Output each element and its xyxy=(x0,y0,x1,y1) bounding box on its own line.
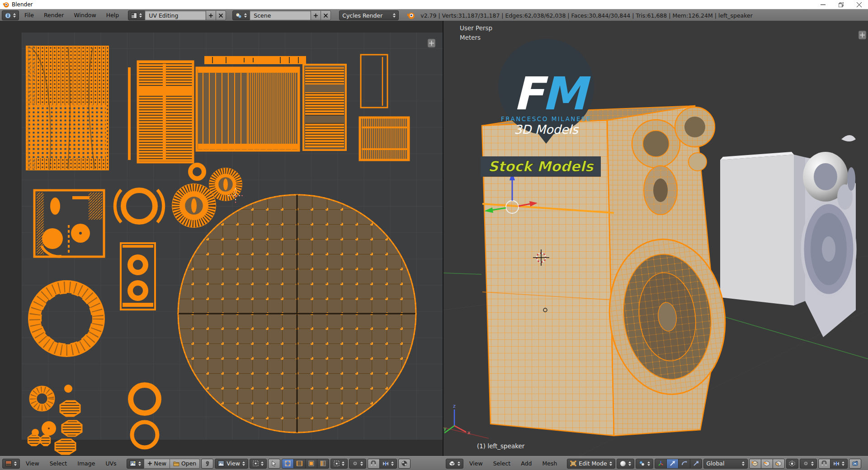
pivot-point-dropdown[interactable] xyxy=(636,459,653,469)
viewport-region-expand-tab[interactable] xyxy=(859,31,866,39)
3d-view-icon xyxy=(449,461,455,466)
uv-island-vent[interactable] xyxy=(360,118,409,160)
uv-select-mode-island[interactable] xyxy=(317,459,329,469)
minimize-button[interactable] xyxy=(814,0,832,9)
folder-icon xyxy=(173,461,179,466)
uv-select-mode-face[interactable] xyxy=(305,459,317,469)
v3d-menu-add[interactable]: Add xyxy=(516,458,536,470)
select-mode-edge-button[interactable] xyxy=(761,459,773,469)
transform-orientation-dropdown[interactable]: Global xyxy=(703,459,748,469)
uv-menu-select[interactable]: Select xyxy=(45,458,72,470)
interaction-mode-dropdown[interactable]: Edit Mode xyxy=(567,459,615,469)
uv-sync-selection-button[interactable] xyxy=(268,459,280,469)
scene-name-field[interactable]: Scene xyxy=(250,10,311,20)
restore-button[interactable] xyxy=(832,0,850,9)
uv-select-mode-edge[interactable] xyxy=(293,459,306,469)
face-select-cube-icon xyxy=(775,461,782,466)
scene-delete-button[interactable] xyxy=(321,10,331,20)
units-overlay: Meters xyxy=(460,34,481,41)
menu-render[interactable]: Render xyxy=(39,9,69,21)
image-browse-dropdown[interactable] xyxy=(127,459,144,469)
uv-auto-update-button[interactable] xyxy=(398,459,410,469)
axis-y-label: y xyxy=(443,426,447,432)
uv-island-front-panel[interactable] xyxy=(34,190,104,257)
uv-menu-uvs[interactable]: UVs xyxy=(101,458,121,470)
manipulator-scale-button[interactable] xyxy=(690,459,702,469)
opengl-render-button[interactable] xyxy=(849,459,861,469)
uv-island-radial-large[interactable] xyxy=(172,183,216,228)
uv-island-striped-rect[interactable] xyxy=(138,61,193,162)
limit-selection-visible-button[interactable] xyxy=(786,459,798,469)
info-icon xyxy=(5,13,11,19)
logo-name: FRANCESCO MILANESE xyxy=(501,115,591,122)
uv-select-mode-vertex[interactable] xyxy=(282,459,294,469)
uv-island-sphere[interactable] xyxy=(178,195,416,432)
left-speaker-edit-mesh[interactable] xyxy=(482,106,734,436)
3d-viewport[interactable]: F M FRANCESCO MILANESE 3D Models Stock M… xyxy=(443,21,868,456)
v3d-snap-element-dropdown[interactable] xyxy=(830,459,848,469)
pin-toggle-button[interactable] xyxy=(201,459,213,469)
v3d-snap-toggle-button[interactable] xyxy=(818,459,830,469)
uv-menu-image[interactable]: Image xyxy=(73,458,99,470)
image-mode-value: View xyxy=(226,460,240,467)
menu-help[interactable]: Help xyxy=(102,9,124,21)
uv-snap-toggle-button[interactable] xyxy=(368,459,380,469)
layout-delete-button[interactable] xyxy=(216,10,226,20)
editor-type-dropdown-uv[interactable] xyxy=(2,459,20,469)
axis-z-label: z xyxy=(453,403,456,409)
window-titlebar: Blender xyxy=(0,0,868,9)
editor-type-dropdown-3d[interactable] xyxy=(446,459,463,469)
window-title: Blender xyxy=(12,1,33,8)
v3d-menu-mesh[interactable]: Mesh xyxy=(538,458,561,470)
image-icon xyxy=(130,461,136,466)
3d-viewport-canvas[interactable]: F M FRANCESCO MILANESE 3D Models Stock M… xyxy=(443,21,868,456)
magnet-icon xyxy=(371,461,376,466)
scene-add-button[interactable] xyxy=(311,10,321,20)
menu-window[interactable]: Window xyxy=(69,9,100,21)
layout-browse-dropdown[interactable] xyxy=(128,10,145,20)
editor-type-dropdown-info[interactable] xyxy=(2,10,19,20)
uv-pivot-dropdown[interactable] xyxy=(250,459,267,469)
uv-island-grille[interactable] xyxy=(26,46,108,170)
scene-browse-dropdown[interactable] xyxy=(232,10,250,20)
uv-region-expand-tab[interactable] xyxy=(428,39,435,47)
manipulator-translate-button[interactable] xyxy=(666,459,679,469)
uv-snap-element-dropdown[interactable] xyxy=(379,459,397,469)
image-mode-dropdown[interactable]: View xyxy=(215,459,248,469)
uv-editor-canvas[interactable] xyxy=(0,21,443,456)
select-mode-vertex-button[interactable] xyxy=(749,459,761,469)
viewport-shading-dropdown[interactable] xyxy=(617,459,634,469)
uv-island-top-bar[interactable] xyxy=(204,56,306,64)
editor-splitter[interactable] xyxy=(443,21,443,470)
v3d-menu-view[interactable]: View xyxy=(465,458,487,470)
uv-island-ring-plate[interactable] xyxy=(121,243,155,310)
uv-island-mode-icon xyxy=(320,461,326,466)
blender-logo-icon xyxy=(407,11,415,19)
uv-sticky-mode-dropdown[interactable] xyxy=(330,459,348,469)
render-engine-dropdown[interactable]: Cycles Render xyxy=(339,10,399,20)
manipulator-axes-button[interactable] xyxy=(655,459,667,469)
scale-handle-icon xyxy=(693,461,699,466)
image-new-button[interactable]: New xyxy=(144,459,170,469)
select-mode-face-button[interactable] xyxy=(773,459,785,469)
uv-proportional-edit-dropdown[interactable] xyxy=(349,459,366,469)
uv-island-strip[interactable] xyxy=(128,67,131,160)
proportional-edit-icon xyxy=(352,461,358,466)
menu-file[interactable]: File xyxy=(20,9,38,21)
stock-models-banner: Stock Models xyxy=(481,156,601,177)
uv-menu-view[interactable]: View xyxy=(21,458,44,470)
layout-name-field[interactable]: UV Editing xyxy=(145,10,206,20)
view-name-overlay: User Persp xyxy=(460,24,492,32)
uv-island-box-side[interactable] xyxy=(197,68,299,150)
v3d-proportional-edit-dropdown[interactable] xyxy=(800,459,817,469)
uv-island-box-back[interactable] xyxy=(303,65,346,150)
v3d-menu-select[interactable]: Select xyxy=(489,458,515,470)
image-open-button[interactable]: Open xyxy=(170,459,200,469)
manipulator-rotate-button[interactable] xyxy=(678,459,690,469)
close-button[interactable] xyxy=(850,0,868,9)
pin-icon xyxy=(205,461,210,466)
layout-add-button[interactable] xyxy=(206,10,216,20)
uv-editor-viewport[interactable] xyxy=(0,21,443,456)
scene-icon xyxy=(236,13,242,19)
camera-render-icon xyxy=(852,461,858,466)
